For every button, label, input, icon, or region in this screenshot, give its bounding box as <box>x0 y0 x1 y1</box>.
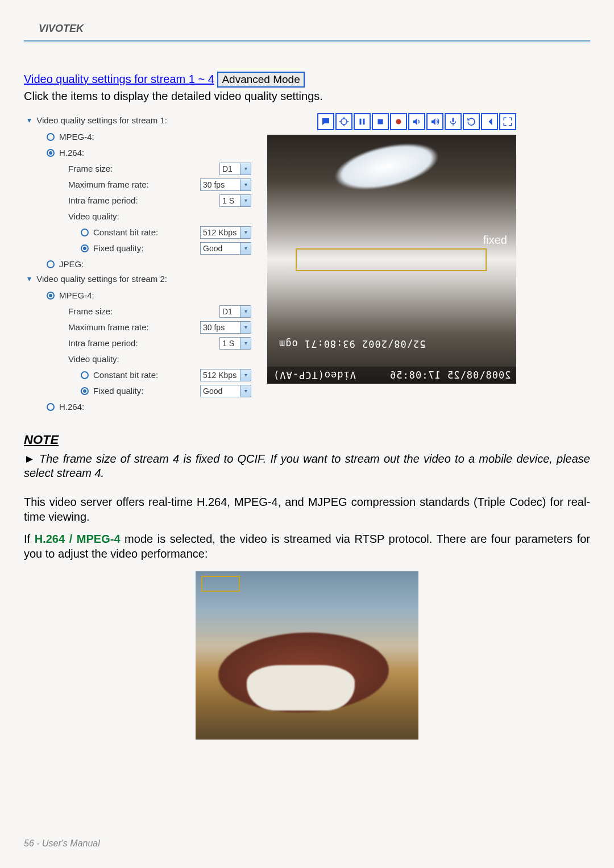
note-heading: NOTE <box>24 433 590 447</box>
select-value: 1 S <box>222 337 234 350</box>
volume-up-icon[interactable] <box>408 113 425 130</box>
chevron-down-icon: ▾ <box>240 243 251 254</box>
p2-pre: If <box>24 533 35 545</box>
chevron-down-icon: ▾ <box>240 385 251 397</box>
chevron-down-icon: ▾ <box>240 179 251 190</box>
svg-rect-9 <box>453 118 454 122</box>
fixed-label: fixed <box>483 234 507 247</box>
advanced-mode-badge: Advanced Mode <box>217 72 304 88</box>
couch-shape <box>247 665 355 711</box>
fixed-quality-select[interactable]: Good ▾ <box>200 242 251 255</box>
param-label: Video quality: <box>68 353 251 366</box>
mic-icon[interactable] <box>445 113 462 130</box>
max-frame-rate-select[interactable]: 30 fps ▾ <box>200 321 251 334</box>
stream1-constant-bitrate[interactable]: Constant bit rate: 512 Kbps ▾ <box>81 226 251 239</box>
svg-rect-5 <box>360 119 362 125</box>
paragraph-2: If H.264 / MPEG-4 mode is selected, the … <box>24 532 590 561</box>
target-icon[interactable] <box>335 113 352 130</box>
speaker-icon[interactable] <box>426 113 443 130</box>
chevron-down-icon: ▾ <box>240 306 251 317</box>
stream2-video-quality-row: Video quality: <box>68 353 251 366</box>
radio-icon <box>81 229 89 236</box>
param-label: Constant bit rate: <box>93 369 200 381</box>
param-label: Frame size: <box>68 305 219 318</box>
ceiling-light-icon <box>325 139 448 195</box>
intra-period-select[interactable]: 1 S ▾ <box>219 337 251 350</box>
codec-label: MPEG-4: <box>59 289 251 302</box>
stream1-video-quality-row: Video quality: <box>68 210 251 223</box>
codec-label: MPEG-4: <box>59 131 251 143</box>
select-value: 1 S <box>222 194 234 207</box>
svg-rect-6 <box>363 119 365 125</box>
constant-bitrate-select[interactable]: 512 Kbps ▾ <box>200 226 251 239</box>
intra-period-select[interactable]: 1 S ▾ <box>219 194 251 207</box>
section-instruction: Click the items to display the detailed … <box>24 90 590 103</box>
radio-icon <box>47 133 55 141</box>
param-label: Intra frame period: <box>68 337 219 350</box>
record-icon[interactable] <box>390 113 407 130</box>
stream2-max-frame-rate-row: Maximum frame rate: 30 fps ▾ <box>68 321 251 334</box>
param-label: Fixed quality: <box>93 242 200 255</box>
paragraph-1: This video server offers real-time H.264… <box>24 495 590 524</box>
stream1-header[interactable]: ▾ Video quality settings for stream 1: <box>24 115 251 125</box>
stream1-frame-size-row: Frame size: D1 ▾ <box>68 163 251 175</box>
note-text: ► The frame size of stream 4 is fixed to… <box>24 452 590 479</box>
selection-box[interactable] <box>296 248 487 271</box>
chevron-down-icon: ▾ <box>240 322 251 333</box>
stream1-intra-period-row: Intra frame period: 1 S ▾ <box>68 194 251 207</box>
stream1-max-frame-rate-row: Maximum frame rate: 30 fps ▾ <box>68 178 251 191</box>
stream2-constant-bitrate[interactable]: Constant bit rate: 512 Kbps ▾ <box>81 369 251 381</box>
param-label: Maximum frame rate: <box>68 178 200 191</box>
select-value: 512 Kbps <box>203 226 237 239</box>
section-title: Video quality settings for stream 1 ~ 4 … <box>24 72 590 88</box>
stream1-codec-jpeg[interactable]: JPEG: <box>47 258 251 271</box>
stream1-codec-h264[interactable]: H.264: <box>47 147 251 159</box>
stream2-codec-mpeg4[interactable]: MPEG-4: <box>47 289 251 302</box>
frame-size-select[interactable]: D1 ▾ <box>219 163 251 175</box>
max-frame-rate-select[interactable]: 30 fps ▾ <box>200 178 251 191</box>
param-label: Constant bit rate: <box>93 226 200 239</box>
frame-size-select[interactable]: D1 ▾ <box>219 305 251 318</box>
video-preview[interactable]: fixed 52/08/2002 93:80:71 ogm Video(TCP-… <box>267 135 516 384</box>
video-quality-settings-link[interactable]: Video quality settings for stream 1 ~ 4 <box>24 73 214 85</box>
stream1-fixed-quality[interactable]: Fixed quality: Good ▾ <box>81 242 251 255</box>
fullscreen-icon[interactable] <box>499 113 516 130</box>
stream2-intra-period-row: Intra frame period: 1 S ▾ <box>68 337 251 350</box>
svg-point-8 <box>396 119 401 124</box>
param-label: Maximum frame rate: <box>68 321 200 334</box>
brand-header: VIVOTEK <box>24 23 590 35</box>
radio-selected-icon <box>47 292 55 300</box>
select-value: Good <box>203 385 222 397</box>
codec-label: JPEG: <box>59 258 251 271</box>
pause-icon[interactable] <box>354 113 371 130</box>
select-value: 30 fps <box>203 178 225 191</box>
constant-bitrate-select[interactable]: 512 Kbps ▾ <box>200 369 251 381</box>
stream2-frame-size-row: Frame size: D1 ▾ <box>68 305 251 318</box>
select-value: D1 <box>222 305 233 318</box>
radio-selected-icon <box>81 244 89 252</box>
select-value: Good <box>203 242 222 255</box>
stream2-fixed-quality[interactable]: Fixed quality: Good ▾ <box>81 385 251 397</box>
codec-label: H.264: <box>59 401 251 413</box>
stream2-codec-h264[interactable]: H.264: <box>47 401 251 413</box>
stream1-header-label: Video quality settings for stream 1: <box>36 115 167 125</box>
radio-icon <box>81 371 89 379</box>
note-bullet: ► The frame size of stream 4 is fixed to… <box>24 452 590 480</box>
stream1-codec-mpeg4[interactable]: MPEG-4: <box>47 131 251 143</box>
highlight-box <box>201 576 240 592</box>
comment-icon[interactable] <box>317 113 334 130</box>
fixed-quality-select[interactable]: Good ▾ <box>200 385 251 397</box>
page-footer: 56 - User's Manual <box>24 838 100 849</box>
stop-icon[interactable] <box>372 113 389 130</box>
select-value: 512 Kbps <box>203 369 237 381</box>
collapse-icon: ▾ <box>24 115 34 124</box>
video-preview-panel: fixed 52/08/2002 93:80:71 ogm Video(TCP-… <box>267 113 516 384</box>
mirrored-timestamp-overlay: 52/08/2002 93:80:71 ogm <box>279 338 425 350</box>
sample-image-wrap <box>24 571 590 740</box>
chevron-down-icon: ▾ <box>240 163 251 175</box>
radio-selected-icon <box>81 387 89 395</box>
reload-icon[interactable] <box>463 113 480 130</box>
playback-icon[interactable] <box>481 113 498 130</box>
osd-left: Video(TCP-AV) <box>273 369 356 381</box>
stream2-header[interactable]: ▾ Video quality settings for stream 2: <box>24 274 251 284</box>
